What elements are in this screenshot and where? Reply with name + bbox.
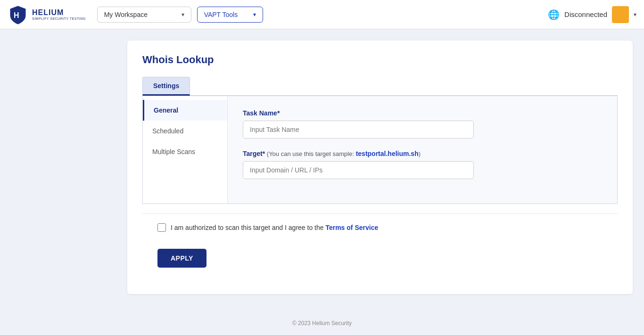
main-content: Whois Lookup Settings General Scheduled … — [0, 29, 644, 335]
target-hint: (You can use this target sample: — [265, 150, 355, 157]
tos-link[interactable]: Terms of Service — [325, 224, 378, 231]
workspace-chevron: ▾ — [182, 11, 184, 18]
target-group: Target* (You can use this target sample:… — [243, 150, 604, 179]
task-name-label: Task Name* — [243, 109, 604, 117]
apply-button[interactable]: APPLY — [157, 249, 206, 268]
sidebar-nav: General Scheduled Multiple Scans — [143, 96, 228, 204]
form-area: Task Name* Target* (You can use this tar… — [228, 96, 617, 204]
svg-text:H: H — [14, 11, 19, 19]
vapt-tools-dropdown[interactable]: VAPT Tools ▾ — [197, 7, 263, 23]
vapt-label: VAPT Tools — [204, 11, 238, 18]
settings-body: General Scheduled Multiple Scans Task Na… — [142, 96, 618, 204]
apply-area: APPLY — [142, 241, 618, 279]
tab-bar: Settings — [142, 76, 618, 96]
sidebar-item-general[interactable]: General — [143, 100, 227, 121]
footer: © 2023 Helium Security — [0, 311, 644, 335]
sidebar-item-scheduled[interactable]: Scheduled — [143, 121, 227, 141]
page-title: Whois Lookup — [142, 54, 618, 66]
user-avatar-button[interactable] — [612, 6, 629, 23]
target-input[interactable] — [243, 161, 474, 179]
header-menu-chevron[interactable]: ▾ — [634, 11, 636, 18]
disconnected-status: Disconnected — [564, 10, 607, 18]
globe-icon: 🌐 — [548, 9, 560, 20]
footer-text: © 2023 Helium Security — [292, 320, 352, 327]
content-card: Whois Lookup Settings General Scheduled … — [127, 41, 633, 294]
task-name-group: Task Name* — [243, 109, 604, 139]
target-sample-link[interactable]: testportal.helium.sh — [356, 150, 419, 157]
vapt-chevron: ▾ — [253, 11, 256, 18]
tos-checkbox[interactable] — [157, 223, 166, 232]
header-right: 🌐 Disconnected ▾ — [548, 6, 636, 23]
workspace-label: My Workspace — [104, 11, 148, 18]
checkbox-area: I am authorized to scan this target and … — [142, 213, 618, 241]
target-hint-end: ) — [419, 150, 421, 157]
sidebar-item-multiple-scans[interactable]: Multiple Scans — [143, 141, 227, 162]
tos-label[interactable]: I am authorized to scan this target and … — [171, 224, 378, 231]
target-label: Target* (You can use this target sample:… — [243, 150, 604, 157]
tab-settings[interactable]: Settings — [142, 77, 190, 96]
logo-icon: H — [8, 4, 28, 25]
logo: H HELIUM SIMPLIFY SECURITY TESTING — [8, 4, 86, 25]
header: H HELIUM SIMPLIFY SECURITY TESTING My Wo… — [0, 0, 644, 29]
workspace-dropdown[interactable]: My Workspace ▾ — [97, 7, 191, 23]
task-name-input[interactable] — [243, 121, 474, 139]
logo-text: HELIUM SIMPLIFY SECURITY TESTING — [32, 8, 86, 21]
